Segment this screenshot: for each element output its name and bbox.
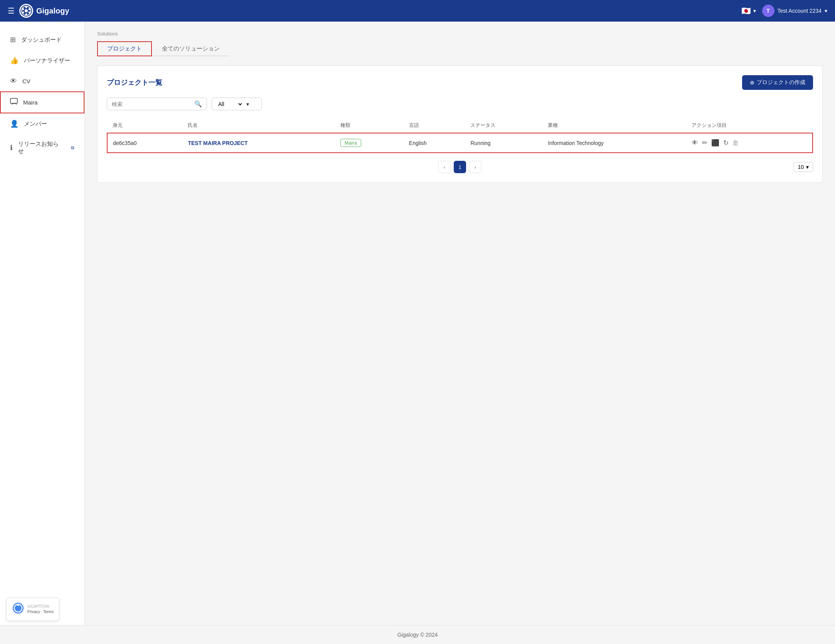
- privacy-link[interactable]: Privacy: [27, 610, 40, 614]
- tab-projects[interactable]: プロジェクト: [97, 41, 152, 56]
- cell-actions: 👁 ✏ ⬛ ↻ 🗑: [686, 133, 813, 153]
- footer: Gigalogy © 2024: [0, 625, 835, 644]
- personalizer-icon: 👍: [10, 56, 19, 65]
- terms-link[interactable]: Terms: [43, 610, 54, 614]
- table-row: de6c35a0 TEST MAIRA PROJECT Maira Englis…: [107, 133, 813, 153]
- search-icon: 🔍: [194, 100, 202, 108]
- sidebar-item-label: パーソナライザー: [24, 57, 70, 64]
- type-badge: Maira: [340, 139, 362, 147]
- sidebar-item-label: ダッシュボード: [21, 36, 62, 44]
- cell-industry: Information Technology: [542, 133, 686, 153]
- col-header-actions: アクション項目: [686, 118, 813, 133]
- refresh-icon[interactable]: ↻: [723, 139, 729, 147]
- cell-language: English: [404, 133, 465, 153]
- sidebar-item-label: リリースお知らせ: [18, 140, 64, 155]
- svg-point-5: [25, 13, 27, 15]
- stop-icon[interactable]: ⬛: [711, 139, 719, 147]
- project-list-panel: プロジェクト一覧 ⊕ プロジェクトの作成 🔍 All Active Inacti…: [97, 66, 823, 183]
- col-header-industry: 業種: [542, 118, 686, 133]
- avatar: T: [762, 5, 774, 17]
- tab-all-solutions[interactable]: 全てのソリューション: [152, 41, 230, 56]
- search-box: 🔍: [107, 98, 207, 110]
- user-name: Test Account 2234: [778, 8, 822, 14]
- col-header-status: ステータス: [465, 118, 542, 133]
- sidebar-item-label: メンバー: [24, 120, 47, 128]
- filter-select-container: All Active Inactive ▾: [212, 98, 262, 110]
- sidebar-item-label: CV: [22, 78, 30, 84]
- breadcrumb: Solutions: [97, 31, 823, 37]
- recaptcha-links: Privacy · Terms: [27, 609, 54, 615]
- svg-rect-8: [10, 98, 17, 103]
- create-button-label: プロジェクトの作成: [757, 79, 805, 86]
- lang-chevron: ▾: [753, 8, 756, 14]
- cell-id: de6c35a0: [107, 133, 182, 153]
- flag-icon: 🇯🇵: [741, 6, 751, 15]
- sidebar-item-dashboard[interactable]: ⊞ ダッシュボード: [0, 29, 84, 50]
- svg-point-4: [29, 12, 30, 13]
- sidebar-item-maira[interactable]: Maira: [0, 91, 84, 113]
- language-selector[interactable]: 🇯🇵 ▾: [741, 6, 756, 15]
- user-chevron: ▾: [825, 8, 827, 14]
- user-menu-button[interactable]: T Test Account 2234 ▾: [762, 5, 827, 17]
- per-page-select[interactable]: 10 ▾: [793, 162, 813, 172]
- svg-point-3: [29, 8, 30, 10]
- svg-point-7: [22, 8, 24, 10]
- separator: ·: [41, 610, 42, 614]
- sidebar: ⊞ ダッシュボード 👍 パーソナライザー 👁 CV Maira 👤 メンバー: [0, 22, 85, 625]
- member-icon: 👤: [10, 120, 19, 128]
- logo: Gigalogy: [19, 4, 69, 18]
- filter-select[interactable]: All Active Inactive: [217, 101, 243, 108]
- search-input[interactable]: [112, 101, 194, 107]
- per-page-chevron: ▾: [806, 164, 809, 170]
- col-header-id: 身元: [107, 118, 182, 133]
- action-icons: 👁 ✏ ⬛ ↻ 🗑: [692, 139, 807, 147]
- svg-point-1: [25, 9, 28, 12]
- cv-icon: 👁: [10, 77, 17, 85]
- sidebar-item-label: Maira: [23, 99, 38, 106]
- main-layout: ⊞ ダッシュボード 👍 パーソナライザー 👁 CV Maira 👤 メンバー: [0, 22, 835, 625]
- sidebar-item-release[interactable]: ℹ リリースお知らせ ⧉: [0, 134, 84, 161]
- logo-text: Gigalogy: [36, 7, 69, 15]
- prev-page-button[interactable]: ‹: [438, 161, 451, 173]
- header: ☰ Gigalogy 🇯🇵 ▾ T: [0, 0, 835, 22]
- header-left: ☰ Gigalogy: [8, 4, 69, 18]
- cell-status: Running: [465, 133, 542, 153]
- cell-type: Maira: [335, 133, 404, 153]
- cell-name[interactable]: TEST MAIRA PROJECT: [182, 133, 335, 153]
- project-table: 身元 氏名 種類 言語 ステータス 業種 アクション項目 de6c35a0 TE: [107, 118, 813, 153]
- maira-icon: [10, 98, 18, 107]
- filter-chevron-icon: ▾: [246, 101, 249, 107]
- release-icon: ℹ: [10, 143, 13, 152]
- per-page-value: 10: [798, 164, 804, 170]
- next-page-button[interactable]: ›: [469, 161, 481, 173]
- dashboard-icon: ⊞: [10, 35, 16, 44]
- col-header-type: 種類: [335, 118, 404, 133]
- svg-point-6: [22, 12, 24, 13]
- filters-row: 🔍 All Active Inactive ▾: [107, 98, 813, 110]
- col-header-name: 氏名: [182, 118, 335, 133]
- edit-icon[interactable]: ✏: [702, 139, 707, 147]
- delete-icon[interactable]: 🗑: [732, 139, 739, 147]
- recaptcha-widget: reCAPTCHA Privacy · Terms: [6, 598, 59, 621]
- external-link-icon: ⧉: [71, 145, 74, 150]
- logo-icon: [19, 4, 33, 18]
- header-right: 🇯🇵 ▾ T Test Account 2234 ▾: [741, 5, 827, 17]
- create-project-button[interactable]: ⊕ プロジェクトの作成: [742, 75, 813, 90]
- recaptcha-text: reCAPTCHA Privacy · Terms: [27, 604, 54, 615]
- sidebar-item-member[interactable]: 👤 メンバー: [0, 113, 84, 134]
- main-content: Solutions プロジェクト 全てのソリューション プロジェクト一覧 ⊕ プ…: [85, 22, 835, 625]
- sidebar-item-personalizer[interactable]: 👍 パーソナライザー: [0, 50, 84, 71]
- panel-header: プロジェクト一覧 ⊕ プロジェクトの作成: [107, 75, 813, 90]
- footer-text: Gigalogy © 2024: [397, 632, 438, 638]
- pagination: ‹ 1 › 10 ▾: [107, 161, 813, 173]
- recaptcha-logo: [12, 602, 24, 617]
- tab-bar: プロジェクト 全てのソリューション: [97, 41, 823, 56]
- sidebar-item-cv[interactable]: 👁 CV: [0, 71, 84, 91]
- svg-point-2: [25, 7, 27, 8]
- col-header-language: 言語: [404, 118, 465, 133]
- panel-title: プロジェクト一覧: [107, 78, 162, 87]
- page-1-button[interactable]: 1: [454, 161, 466, 173]
- plus-icon: ⊕: [750, 79, 754, 86]
- view-icon[interactable]: 👁: [692, 139, 698, 147]
- menu-icon[interactable]: ☰: [8, 6, 15, 15]
